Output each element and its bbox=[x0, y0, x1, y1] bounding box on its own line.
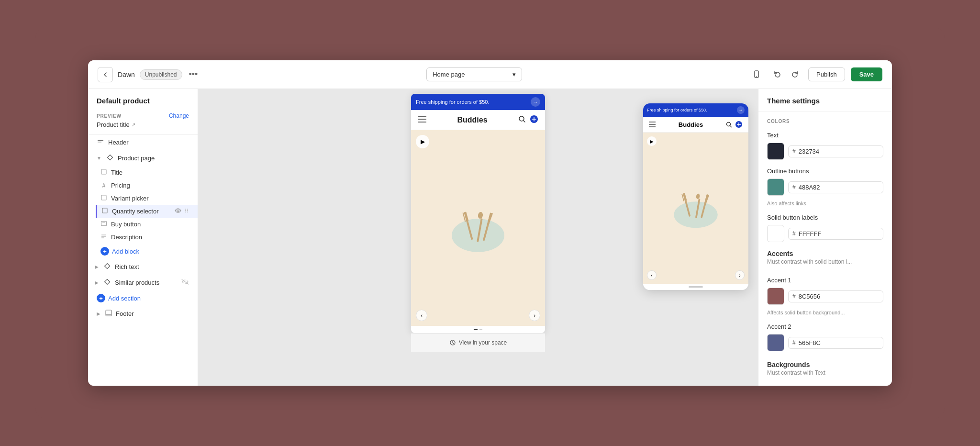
play-button[interactable]: ▶ bbox=[416, 135, 429, 148]
external-link-icon: ↗ bbox=[132, 122, 135, 127]
svg-point-10 bbox=[185, 210, 186, 211]
sidebar-item-rich-text[interactable]: ▶ Rich text bbox=[88, 259, 198, 275]
accents-section: Accents Must contrast with solid button … bbox=[758, 246, 892, 273]
product-image-area: ▶ bbox=[411, 130, 545, 326]
sidebar-sub-item-pricing[interactable]: # Pricing bbox=[96, 179, 198, 192]
announcement-arrow[interactable]: → bbox=[531, 97, 540, 107]
prev-arrow[interactable]: ‹ bbox=[416, 310, 427, 321]
mobile-next-arrow[interactable]: › bbox=[735, 270, 745, 280]
quantity-selector-icon bbox=[101, 208, 108, 215]
accent2-label: Accent 2 bbox=[767, 323, 883, 330]
accents-note: Must contrast with solid button l... bbox=[767, 258, 883, 269]
sidebar-item-similar-products[interactable]: ▶ Similar products bbox=[88, 275, 198, 290]
sidebar-sub-item-description[interactable]: Description bbox=[96, 231, 198, 244]
buy-button-label: Buy button bbox=[111, 221, 141, 228]
top-bar-left: Dawn Unpublished ••• bbox=[98, 67, 200, 82]
redo-button[interactable] bbox=[787, 67, 802, 82]
product-image bbox=[430, 197, 526, 259]
similar-products-icon bbox=[103, 279, 111, 287]
similar-products-label: Similar products bbox=[115, 279, 159, 286]
top-bar-center: Home page ▾ bbox=[205, 67, 743, 81]
mobile-card-overlay: Free shipping for orders of $50. → Buddi… bbox=[643, 103, 748, 290]
mobile-play-btn: ▶ bbox=[647, 136, 657, 146]
add-section-button[interactable]: + Add section bbox=[88, 290, 198, 306]
cart-icon-wrapper[interactable] bbox=[530, 115, 538, 125]
publish-button[interactable]: Publish bbox=[808, 67, 845, 81]
mobile-preview-button[interactable] bbox=[749, 67, 764, 82]
visibility-icon[interactable] bbox=[175, 208, 181, 215]
mobile-header: Buddies bbox=[643, 117, 748, 133]
solid-color-input[interactable]: # FFFFFF bbox=[788, 228, 883, 240]
sidebar-sub-item-quantity-selector[interactable]: Quantity selector bbox=[96, 205, 198, 218]
variant-picker-icon bbox=[100, 195, 107, 202]
sub-items-group: Title # Pricing Variant picker bbox=[88, 166, 198, 244]
solid-button-labels-item: Solid button labels # FFFFFF bbox=[758, 210, 892, 246]
mobile-announcement-bar: Free shipping for orders of $50. → bbox=[643, 103, 748, 117]
add-block-button[interactable]: + Add block bbox=[88, 244, 198, 259]
solid-color-value: FFFFFF bbox=[799, 230, 822, 237]
mobile-store-name: Buddies bbox=[679, 121, 703, 128]
product-page-icon bbox=[106, 154, 114, 162]
svg-point-9 bbox=[187, 209, 188, 210]
theme-settings-title: Theme settings bbox=[758, 89, 892, 112]
solid-color-hash: # bbox=[792, 230, 796, 237]
hamburger-icon[interactable] bbox=[418, 116, 426, 124]
page-selector-label: Home page bbox=[433, 71, 465, 78]
footer-label: Footer bbox=[116, 310, 134, 317]
text-color-input[interactable]: # 232734 bbox=[788, 145, 883, 157]
plus-circle-icon: + bbox=[100, 247, 109, 256]
variant-picker-label: Variant picker bbox=[111, 195, 149, 202]
svg-point-8 bbox=[185, 209, 186, 210]
dot-inactive bbox=[479, 329, 482, 330]
back-button[interactable] bbox=[98, 67, 113, 82]
svg-rect-4 bbox=[101, 169, 106, 174]
text-color-swatch[interactable] bbox=[767, 143, 784, 160]
page-selector[interactable]: Home page ▾ bbox=[426, 67, 522, 81]
accent1-color-input[interactable]: # 8C5656 bbox=[788, 290, 883, 302]
svg-rect-2 bbox=[98, 140, 103, 141]
outline-buttons-item: Outline buttons # 488A82 bbox=[758, 164, 892, 200]
accent1-color-hash: # bbox=[792, 293, 796, 300]
sidebar-sub-item-title[interactable]: Title bbox=[96, 166, 198, 179]
mobile-announcement-arrow: → bbox=[737, 106, 745, 114]
sidebar-sub-item-buy-button[interactable]: Buy button bbox=[96, 218, 198, 231]
add-section-label: Add section bbox=[108, 295, 141, 302]
chevron-icon: ▶ bbox=[97, 311, 100, 316]
sidebar-sub-item-variant-picker[interactable]: Variant picker bbox=[96, 192, 198, 205]
eye-off-icon bbox=[181, 279, 189, 286]
announcement-bar: Free shipping for orders of $50. → bbox=[411, 94, 545, 110]
pricing-icon: # bbox=[100, 182, 107, 189]
outline-color-swatch[interactable] bbox=[767, 178, 784, 196]
chevron-icon: ▼ bbox=[97, 156, 101, 161]
accent1-color-swatch[interactable] bbox=[767, 288, 784, 305]
mobile-nav-arrows: ‹ › bbox=[643, 270, 748, 280]
sidebar-item-header[interactable]: Header bbox=[88, 134, 198, 150]
solid-color-swatch[interactable] bbox=[767, 225, 784, 242]
next-arrow[interactable]: › bbox=[529, 310, 540, 321]
store-name: Buddies bbox=[457, 116, 487, 124]
view-in-space-button[interactable]: View in your space bbox=[411, 333, 545, 352]
mobile-announcement-text: Free shipping for orders of $50. bbox=[647, 108, 707, 112]
more-options-button[interactable]: ••• bbox=[187, 69, 200, 79]
sidebar-item-product-page[interactable]: ▼ Product page bbox=[88, 150, 198, 166]
mobile-scroll-indicator bbox=[689, 286, 703, 288]
save-button[interactable]: Save bbox=[851, 67, 882, 81]
mobile-menu-icon bbox=[649, 122, 656, 127]
svg-rect-14 bbox=[101, 222, 107, 226]
carousel-indicator bbox=[411, 326, 545, 333]
footer-icon bbox=[105, 310, 112, 318]
accent1-note: Affects solid button background... bbox=[758, 309, 892, 319]
change-link[interactable]: Change bbox=[169, 112, 189, 119]
accent2-color-input[interactable]: # 565F8C bbox=[788, 337, 883, 349]
announcement-text: Free shipping for orders of $50. bbox=[416, 99, 489, 105]
sidebar-item-footer[interactable]: ▶ Footer bbox=[88, 306, 198, 322]
outline-color-value: 488A82 bbox=[799, 184, 820, 191]
outline-color-input[interactable]: # 488A82 bbox=[788, 181, 883, 193]
accent2-color-swatch[interactable] bbox=[767, 334, 784, 351]
mobile-prev-arrow[interactable]: ‹ bbox=[647, 270, 657, 280]
accent2-color-hash: # bbox=[792, 339, 796, 346]
undo-button[interactable] bbox=[770, 67, 785, 82]
search-icon[interactable] bbox=[518, 115, 526, 124]
drag-icon[interactable] bbox=[184, 208, 189, 215]
mobile-product-img bbox=[655, 182, 736, 234]
